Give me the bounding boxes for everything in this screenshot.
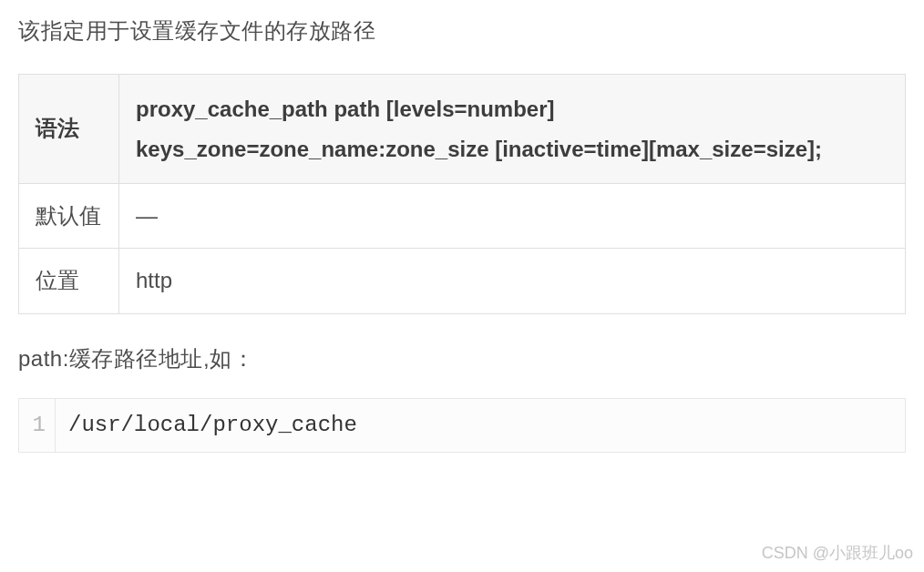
- row-value-location: http: [119, 249, 906, 313]
- row-value-default: —: [119, 183, 906, 248]
- row-label-syntax: 语法: [19, 75, 119, 183]
- row-value-syntax: proxy_cache_path path [levels=number] ke…: [119, 75, 906, 183]
- table-row: 位置 http: [19, 249, 906, 313]
- intro-paragraph: 该指定用于设置缓存文件的存放路径: [18, 14, 906, 48]
- code-block: 1 /usr/local/proxy_cache: [18, 398, 906, 453]
- note-paragraph: path:缓存路径地址,如：: [18, 342, 906, 376]
- table-row: 语法 proxy_cache_path path [levels=number]…: [19, 75, 906, 183]
- code-content: /usr/local/proxy_cache: [56, 399, 905, 452]
- code-line-number: 1: [19, 399, 56, 452]
- row-label-location: 位置: [19, 249, 119, 313]
- syntax-table: 语法 proxy_cache_path path [levels=number]…: [18, 74, 906, 313]
- row-label-default: 默认值: [19, 183, 119, 248]
- table-row: 默认值 —: [19, 183, 906, 248]
